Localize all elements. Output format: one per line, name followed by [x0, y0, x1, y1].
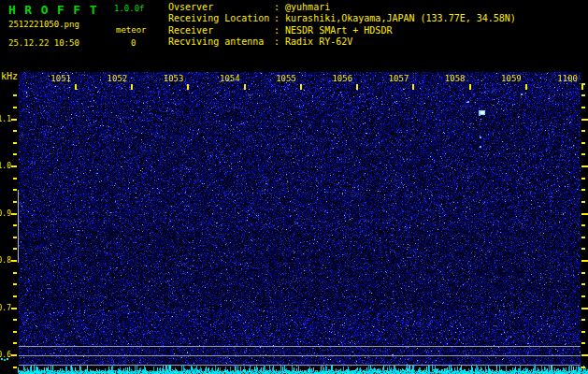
- freq-tick-right: [581, 260, 588, 262]
- freq-tick-right: [581, 224, 585, 226]
- freq-tick-right: [581, 367, 585, 368]
- freq-tick-left: [13, 130, 17, 132]
- info-row: Receiver: NESDR SMArt + HDSDR: [168, 25, 516, 36]
- freq-tick-left: [13, 272, 17, 274]
- corner-marker-dots: [1, 358, 3, 360]
- signal-level-waveform: [18, 359, 588, 374]
- freq-tick-left: [13, 331, 17, 333]
- time-tick: [300, 84, 302, 90]
- freq-tick-right: [581, 272, 585, 274]
- time-tick: [131, 84, 133, 90]
- freq-tick-left: [13, 153, 17, 155]
- freq-tick-right: [581, 165, 588, 167]
- freq-tick-left: [13, 94, 17, 96]
- freq-tick-right: [581, 248, 585, 250]
- freq-tick-left: [11, 119, 17, 121]
- time-tick: [525, 84, 527, 90]
- observation-datetime: 25.12.22 10:50: [8, 38, 79, 48]
- freq-tick-right: [581, 189, 585, 191]
- freq-tick-right: [581, 331, 585, 333]
- station-info-block: Ovserver: @yuhmariReceiving Location: ku…: [168, 2, 516, 49]
- freq-tick-left: [11, 165, 17, 167]
- freq-tick-left: [13, 201, 17, 203]
- app-version: 1.0.0f: [114, 4, 145, 13]
- info-row: Ovserver: @yuhmari: [168, 2, 516, 13]
- freq-tick-left: [13, 295, 17, 297]
- reference-line-center: [19, 355, 581, 356]
- freq-tick-right: [581, 342, 585, 344]
- time-tick: [75, 84, 77, 90]
- info-value: : kurashiki,Okayama,JAPAN (133.77E, 34.5…: [274, 13, 516, 23]
- info-row: Recviving antenna: Radix RY-62V: [168, 36, 516, 48]
- freq-tick-left: [11, 213, 17, 215]
- freq-tick-right: [581, 237, 585, 238]
- info-label: Ovserver: [168, 2, 274, 13]
- info-label: Recviving antenna: [168, 36, 274, 48]
- freq-tick-right: [581, 308, 588, 309]
- freq-tick-right: [581, 354, 588, 356]
- meteor-count-value: 0: [131, 38, 136, 48]
- time-label: 1057: [389, 74, 409, 83]
- freq-tick-right: [581, 130, 585, 132]
- time-tick: [469, 84, 471, 90]
- hrofft-screen: HROFFT 1.0.0f 2512221050.png meteor 25.1…: [0, 0, 588, 374]
- time-label: 1100: [557, 74, 578, 83]
- freq-tick-right: [581, 107, 585, 108]
- time-tick: [356, 84, 358, 90]
- time-label: 1051: [50, 74, 71, 83]
- freq-tick-left: [13, 248, 17, 250]
- level-scale-bar: [18, 190, 19, 263]
- time-label: 1053: [164, 74, 184, 83]
- freq-tick-right: [581, 94, 585, 96]
- freq-tick-left: [11, 260, 17, 262]
- info-value: : @yuhmari: [274, 2, 330, 12]
- info-row: Receiving Location: kurashiki,Okayama,JA…: [168, 13, 516, 24]
- freq-tick-left: [13, 367, 17, 368]
- freq-tick-left: [13, 237, 17, 238]
- info-label: Receiver: [168, 25, 274, 36]
- freq-tick-right: [581, 295, 585, 297]
- freq-tick-left: [13, 283, 17, 285]
- time-label: 1054: [220, 74, 240, 83]
- time-label: 1055: [276, 74, 296, 83]
- time-tick: [581, 84, 583, 90]
- time-label: 1059: [501, 74, 522, 83]
- freq-tick-right: [581, 142, 585, 144]
- freq-tick-left: [13, 142, 17, 144]
- time-tick: [187, 84, 189, 90]
- freq-tick-right: [581, 319, 585, 321]
- meteor-count-label: meteor: [116, 25, 147, 35]
- info-label: Receiving Location: [168, 13, 274, 24]
- freq-tick-left: [13, 342, 17, 344]
- time-label: 1052: [108, 74, 128, 83]
- freq-tick-left: [13, 107, 17, 108]
- freq-tick-right: [581, 178, 585, 180]
- info-value: : NESDR SMArt + HDSDR: [274, 25, 392, 36]
- app-title: HROFFT: [8, 3, 106, 17]
- output-filename: 2512221050.png: [8, 20, 79, 29]
- freq-tick-left: [13, 178, 17, 180]
- freq-tick-left: [13, 224, 17, 226]
- freq-tick-right: [581, 283, 585, 285]
- freq-tick-right: [581, 119, 588, 121]
- freq-tick-left: [11, 354, 17, 356]
- freq-tick-right: [581, 83, 585, 85]
- freq-label: 0.8: [0, 256, 11, 265]
- reference-line-upper: [19, 346, 581, 347]
- time-label: 1056: [332, 74, 352, 83]
- freq-tick-right: [581, 213, 588, 215]
- time-tick: [244, 84, 246, 90]
- freq-tick-left: [13, 319, 17, 321]
- freq-axis-unit: kHz: [1, 71, 18, 81]
- info-value: : Radix RY-62V: [274, 36, 352, 47]
- freq-tick-left: [11, 308, 17, 309]
- freq-label: 1.0: [0, 162, 11, 170]
- freq-label: 0.7: [0, 304, 11, 312]
- freq-label: 0.9: [0, 209, 11, 218]
- freq-tick-right: [581, 201, 585, 203]
- freq-label: 1.1: [0, 115, 11, 123]
- freq-tick-left: [13, 189, 17, 191]
- spectrogram-canvas: [19, 72, 581, 367]
- time-tick: [412, 84, 414, 90]
- freq-tick-right: [581, 153, 585, 155]
